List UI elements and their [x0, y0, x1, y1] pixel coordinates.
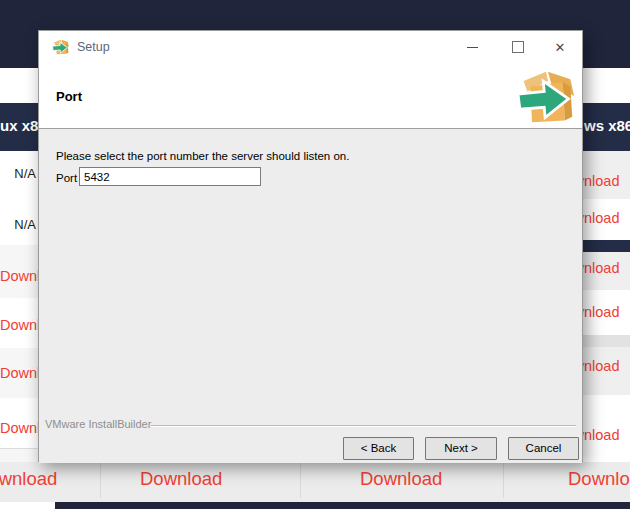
next-button[interactable]: Next >	[425, 437, 497, 460]
download-link[interactable]: Download	[0, 317, 39, 333]
download-link[interactable]: Download	[0, 268, 39, 284]
cancel-button[interactable]: Cancel	[508, 437, 579, 460]
column-separator	[100, 462, 101, 498]
cell-value: N/A	[14, 217, 36, 232]
download-link[interactable]: Download	[583, 260, 620, 276]
download-link[interactable]: Download	[583, 304, 620, 320]
download-link[interactable]: Download	[568, 468, 630, 490]
minimize-button[interactable]	[450, 31, 495, 63]
dialog-titlebar[interactable]: Setup ✕	[39, 31, 582, 63]
download-link[interactable]: Download	[583, 173, 620, 189]
page-title: Port	[56, 89, 82, 104]
table-row: Download	[0, 398, 39, 449]
port-input[interactable]	[79, 167, 261, 186]
download-link[interactable]: Download	[583, 427, 620, 443]
dialog-body: Please select the port number the server…	[39, 129, 582, 463]
port-field-label: Port	[56, 172, 77, 184]
table-row: Download	[0, 348, 39, 399]
back-button[interactable]: < Back	[343, 437, 414, 460]
setup-dialog: Setup ✕ Port Please s	[38, 30, 583, 462]
download-link[interactable]: Download	[140, 468, 222, 490]
close-button[interactable]: ✕	[540, 31, 580, 63]
column-separator	[300, 462, 301, 498]
table-row: Download	[583, 290, 630, 335]
table-row: Download	[583, 199, 630, 240]
table-row: Download	[0, 298, 39, 349]
download-link[interactable]: Download	[583, 210, 620, 226]
table-row: N/A	[0, 151, 39, 199]
table-divider-band	[583, 335, 630, 347]
download-link[interactable]: Download	[0, 420, 39, 436]
screenshot-root: ux x8 ws x86 N/A N/A Download Download D…	[0, 0, 630, 509]
table-right-column: Download Download Download Download Down…	[583, 151, 630, 462]
maximize-icon	[512, 41, 524, 53]
download-link[interactable]: Download	[360, 468, 442, 490]
table-row: Download	[0, 245, 39, 299]
footer-divider	[151, 425, 576, 427]
table-row: N/A	[0, 198, 39, 246]
table-bottom-row: Download Download Download Download	[0, 462, 630, 502]
instruction-text: Please select the port number the server…	[56, 150, 349, 162]
table-header-right: ws x86	[584, 117, 630, 134]
close-icon: ✕	[555, 41, 566, 54]
installbuilder-box-arrow-icon	[52, 38, 70, 56]
column-separator	[503, 462, 504, 498]
download-link[interactable]: Download	[583, 358, 620, 374]
table-row: Download	[583, 252, 630, 291]
table-row: Download	[583, 347, 630, 396]
brand-text: VMware InstallBuilder	[45, 418, 151, 430]
minimize-icon	[467, 47, 478, 48]
table-row: Download	[583, 151, 630, 200]
table-subheader-band	[583, 240, 630, 252]
installbuilder-box-arrow-logo	[516, 68, 578, 126]
table-left-column: N/A N/A Download Download Download Downl…	[0, 151, 39, 462]
download-link[interactable]: Download	[0, 468, 57, 490]
table-row: Download	[583, 395, 630, 462]
download-link[interactable]: Download	[0, 365, 39, 381]
window-controls: ✕	[450, 31, 580, 63]
dialog-header: Port	[39, 63, 582, 129]
window-title: Setup	[77, 40, 110, 54]
maximize-button[interactable]	[495, 31, 540, 63]
page-bottom-navy-band	[55, 502, 630, 509]
table-header-left: ux x8	[0, 117, 38, 134]
cell-value: N/A	[14, 166, 36, 181]
